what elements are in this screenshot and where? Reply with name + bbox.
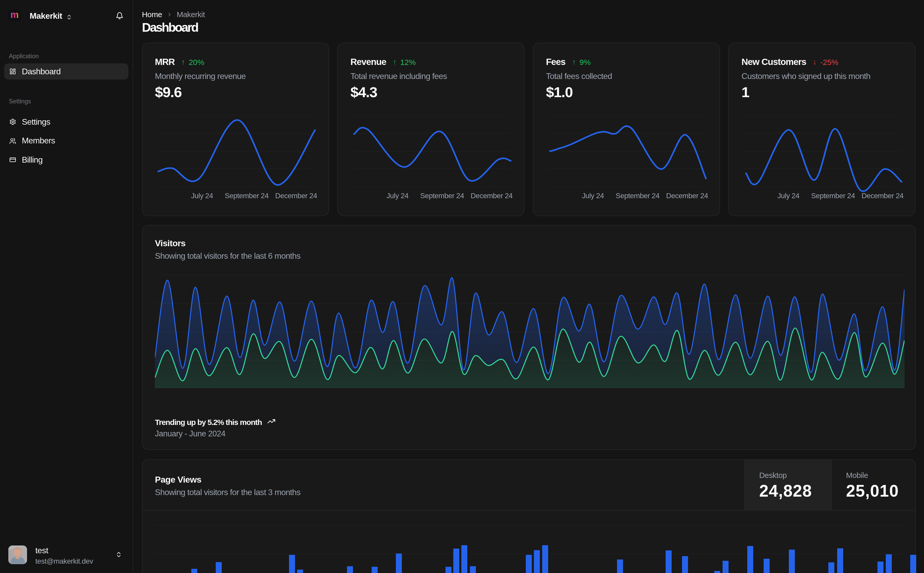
svg-text:December 24: December 24 xyxy=(861,192,904,200)
svg-text:September 24: September 24 xyxy=(616,192,660,200)
svg-text:July 24: July 24 xyxy=(191,192,213,200)
svg-text:July 24: July 24 xyxy=(386,192,409,200)
svg-text:July 24: July 24 xyxy=(778,192,800,200)
svg-text:December 24: December 24 xyxy=(471,192,513,200)
svg-text:September 24: September 24 xyxy=(225,192,269,200)
svg-text:September 24: September 24 xyxy=(420,192,464,200)
svg-text:July 24: July 24 xyxy=(582,192,604,200)
svg-text:December 24: December 24 xyxy=(275,192,317,200)
svg-text:September 24: September 24 xyxy=(811,192,855,200)
svg-text:December 24: December 24 xyxy=(666,192,708,200)
